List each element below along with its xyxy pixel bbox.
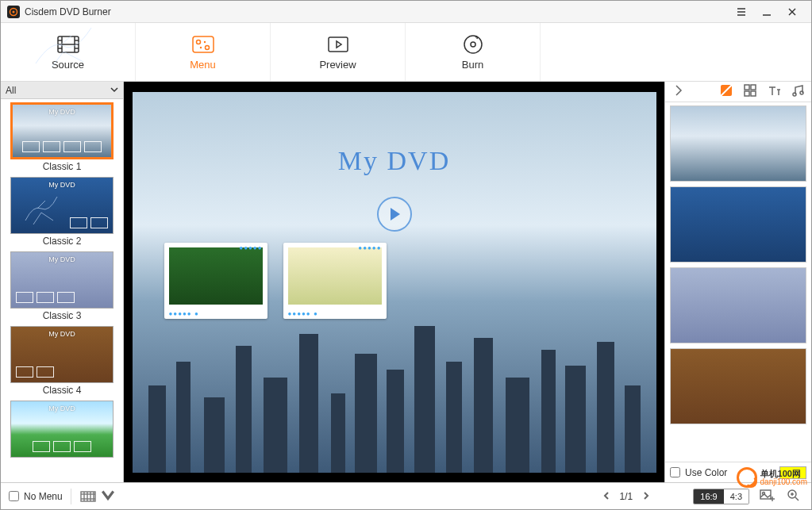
top-nav: Source Menu Preview Burn	[1, 23, 811, 82]
background-item-1[interactable]	[670, 105, 806, 182]
svg-point-19	[199, 47, 201, 48]
svg-rect-28	[751, 85, 756, 90]
tab-music[interactable]	[791, 83, 805, 100]
template-item-5[interactable]: My DVD	[1, 397, 123, 459]
svg-marker-22	[337, 41, 341, 48]
background-list	[665, 102, 811, 462]
menu-stage[interactable]: My DVD ●●●●● ●●●●● ● ●●●●● ●●●●● ●	[133, 92, 656, 473]
template-sidebar: All My DVD Classic 1 My DVD Classic 2	[1, 82, 124, 482]
template-caption: Classic 3	[43, 310, 82, 321]
template-thumb: My DVD	[10, 251, 114, 309]
video-slot-1[interactable]: ●●●●● ●●●●● ●	[164, 243, 267, 319]
template-item-classic-4[interactable]: My DVD Classic 4	[1, 323, 123, 397]
color-swatch[interactable]	[779, 466, 806, 479]
text-icon	[767, 83, 781, 98]
use-color-checkbox[interactable]	[670, 467, 680, 477]
no-menu-checkbox[interactable]	[9, 491, 19, 501]
play-all-button[interactable]	[377, 197, 412, 232]
video-slot-2[interactable]: ●●●●● ●●●●● ●	[283, 243, 387, 319]
tab-text[interactable]	[767, 83, 781, 100]
chevron-down-icon	[110, 85, 118, 96]
template-caption: Classic 1	[43, 161, 82, 172]
template-thumb: My DVD	[10, 401, 114, 458]
minimize-button[interactable]	[754, 2, 779, 21]
svg-rect-30	[751, 91, 756, 96]
slot-handle-icon: ●●●●●	[358, 244, 381, 251]
template-list: My DVD Classic 1 My DVD Classic 2 My DVD	[1, 99, 123, 482]
ratio-4-3-button[interactable]: 4:3	[724, 489, 749, 504]
aspect-ratio-toggle: 16:9 4:3	[693, 489, 749, 504]
svg-point-24	[471, 42, 475, 47]
preview-area: My DVD ●●●●● ●●●●● ● ●●●●● ●●●●● ●	[124, 82, 664, 482]
nav-menu[interactable]: Menu	[136, 23, 271, 81]
nav-burn-label: Burn	[462, 59, 483, 71]
filmstrip-icon	[79, 489, 97, 504]
dvd-title-text[interactable]: My DVD	[133, 146, 656, 176]
template-thumb: My DVD	[10, 102, 114, 159]
slot-handle-icon: ●●●●● ●	[169, 310, 199, 317]
magnifier-plus-icon	[786, 488, 802, 502]
ratio-16-9-button[interactable]: 16:9	[694, 489, 723, 504]
app-logo	[7, 6, 20, 18]
svg-point-1	[13, 10, 15, 13]
svg-point-20	[205, 46, 209, 50]
prev-page-button[interactable]	[599, 489, 614, 504]
frame-icon	[743, 83, 757, 98]
chevron-down-icon	[99, 488, 117, 504]
svg-rect-21	[329, 37, 348, 52]
background-item-3[interactable]	[670, 267, 806, 343]
page-navigator: 1/1	[599, 489, 654, 504]
template-item-classic-2[interactable]: My DVD Classic 2	[1, 174, 123, 248]
thumb-title: My DVD	[11, 330, 113, 338]
hamburger-menu-button[interactable]	[729, 2, 754, 21]
thumb-title: My DVD	[11, 405, 113, 412]
bottom-bar: No Menu 1/1 16:9 4:3	[1, 482, 811, 509]
close-button[interactable]	[779, 2, 805, 21]
svg-point-32	[800, 91, 803, 94]
svg-point-31	[793, 93, 796, 96]
right-panel-tabs	[665, 82, 811, 102]
svg-rect-27	[745, 85, 749, 90]
template-thumb: My DVD	[10, 326, 114, 383]
skyline-decoration	[133, 322, 656, 473]
svg-point-17	[196, 40, 200, 44]
menu-template-icon	[190, 33, 216, 56]
properties-panel: Use Color	[664, 82, 811, 482]
add-image-button[interactable]	[757, 486, 776, 506]
background-item-4[interactable]	[670, 348, 806, 424]
svg-line-45	[795, 497, 799, 500]
next-page-button[interactable]	[639, 489, 653, 504]
template-thumb: My DVD	[10, 177, 114, 234]
svg-point-18	[203, 41, 205, 43]
nav-burn[interactable]: Burn	[406, 23, 541, 81]
tab-background[interactable]	[719, 83, 733, 100]
template-caption: Classic 2	[43, 236, 82, 247]
no-menu-option: No Menu	[9, 491, 63, 502]
background-icon	[719, 83, 733, 98]
titlebar: Cisdem DVD Burner	[1, 1, 811, 23]
use-color-label: Use Color	[685, 467, 727, 478]
thumb-title: My DVD	[11, 181, 113, 189]
no-menu-label: No Menu	[24, 491, 63, 502]
nav-preview[interactable]: Preview	[271, 23, 406, 81]
tab-frame[interactable]	[743, 83, 757, 100]
template-filter-dropdown[interactable]: All	[1, 82, 123, 99]
disc-icon	[460, 33, 486, 56]
template-item-classic-1[interactable]: My DVD Classic 1	[1, 99, 123, 174]
image-plus-icon	[759, 488, 775, 502]
music-icon	[791, 83, 805, 98]
nav-menu-label: Menu	[190, 59, 216, 71]
slot-handle-icon: ●●●●● ●	[288, 310, 318, 317]
svg-point-23	[464, 36, 482, 53]
film-style-dropdown[interactable]	[79, 488, 117, 504]
use-color-row: Use Color	[665, 462, 811, 482]
svg-rect-40	[760, 490, 771, 499]
template-item-classic-3[interactable]: My DVD Classic 3	[1, 248, 123, 323]
collapse-panel-button[interactable]	[672, 83, 686, 100]
thumb-title: My DVD	[13, 108, 111, 116]
slot-handle-icon: ●●●●●	[239, 244, 262, 251]
template-caption: Classic 4	[43, 385, 82, 396]
background-item-2[interactable]	[670, 186, 806, 263]
zoom-button[interactable]	[784, 486, 803, 506]
page-indicator: 1/1	[620, 491, 633, 502]
